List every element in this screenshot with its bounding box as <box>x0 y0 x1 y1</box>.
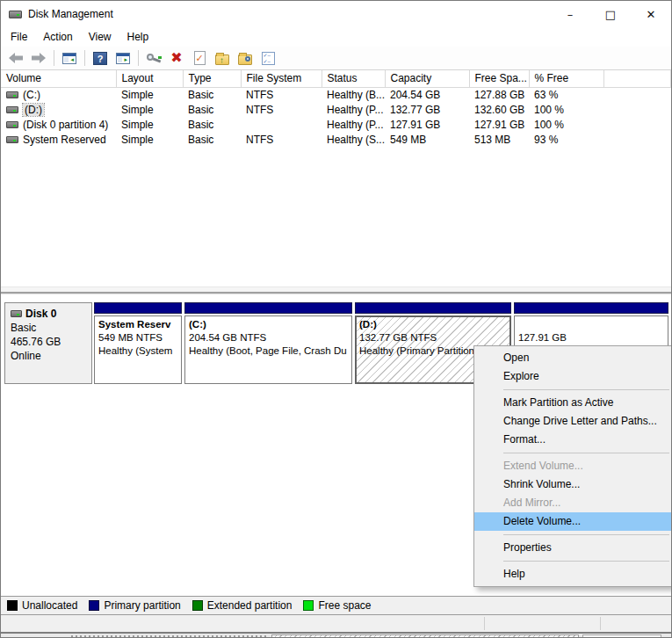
folder-up-icon[interactable]: ↑ <box>213 49 232 67</box>
toolbar-separator <box>138 50 139 66</box>
menu-item-help[interactable]: Help <box>474 565 671 584</box>
disk-icon <box>11 310 22 317</box>
table-row-c[interactable]: (C:) Simple Basic NTFS Healthy (B... 204… <box>1 87 671 102</box>
delete-icon[interactable]: ✖ <box>167 49 186 67</box>
menu-item-mark-partition-active[interactable]: Mark Partition as Active <box>474 394 671 412</box>
volume-icon <box>6 106 18 113</box>
table-row-system-reserved[interactable]: System Reserved Simple Basic NTFS Health… <box>1 132 671 147</box>
disk-name: Disk 0 <box>25 307 56 321</box>
menu-action[interactable]: Action <box>35 28 80 46</box>
forward-icon[interactable] <box>29 49 48 67</box>
partition-c[interactable]: (C:) 204.54 GB NTFS Healthy (Boot, Page … <box>184 302 352 384</box>
toolbar: ◂ ? ▸ ✖ ↑ <box>1 47 671 70</box>
app-icon <box>9 9 23 19</box>
minimize-button[interactable]: – <box>550 1 590 27</box>
volume-list-pane: Volume Layout Type File System Status Ca… <box>1 70 671 286</box>
col-status[interactable]: Status <box>322 70 385 87</box>
screen-edge-artifact <box>1 632 671 638</box>
statusbar-divider <box>484 617 485 630</box>
volume-icon <box>6 91 18 98</box>
menu-item-properties[interactable]: Properties <box>474 539 671 557</box>
disk-0-header[interactable]: Disk 0 Basic 465.76 GB Online <box>4 302 92 384</box>
menu-bar: File Action View Help <box>1 27 671 47</box>
col-free-space[interactable]: Free Spa... <box>469 70 529 87</box>
disk-management-window: Disk Management – □ ✕ File Action View H… <box>0 0 672 638</box>
menu-view[interactable]: View <box>81 28 119 46</box>
col-empty <box>603 70 671 87</box>
partition-color-bar <box>94 302 182 314</box>
volume-icon <box>6 136 18 143</box>
col-file-system[interactable]: File System <box>241 70 322 87</box>
menu-item-delete-volume[interactable]: Delete Volume... <box>474 512 671 531</box>
volume-name: System Reserved <box>23 134 106 146</box>
console-tree-icon[interactable]: ◂ <box>60 49 79 67</box>
action-pane-icon[interactable]: ▸ <box>113 49 133 67</box>
col-volume[interactable]: Volume <box>1 70 116 87</box>
legend-bar: Unallocated Primary partition Extended p… <box>1 596 671 615</box>
menu-item-extend-volume: Extend Volume... <box>474 457 671 475</box>
menu-item-explore[interactable]: Explore <box>474 367 671 386</box>
menu-separator <box>503 534 669 535</box>
properties-list-icon[interactable] <box>258 49 278 67</box>
statusbar-divider <box>600 617 601 630</box>
check-document-icon[interactable] <box>190 49 209 67</box>
volume-table: Volume Layout Type File System Status Ca… <box>1 70 671 147</box>
free-space-swatch <box>303 600 314 611</box>
menu-item-open[interactable]: Open <box>474 349 671 367</box>
menu-item-change-drive-letter[interactable]: Change Drive Letter and Paths... <box>474 412 671 431</box>
menu-separator <box>503 561 669 562</box>
volume-icon <box>6 121 18 128</box>
folder-search-icon[interactable] <box>235 49 255 67</box>
legend-free-space: Free space <box>303 599 371 612</box>
help-icon[interactable]: ? <box>90 49 110 67</box>
menu-separator <box>503 453 669 453</box>
volume-name: (Disk 0 partition 4) <box>23 119 108 131</box>
disk-type: Basic <box>11 321 86 335</box>
rescan-icon[interactable] <box>144 49 163 67</box>
partition-system-reserved[interactable]: System Reserv 549 MB NTFS Healthy (Syste… <box>94 302 182 384</box>
legend-primary-partition: Primary partition <box>89 599 180 612</box>
unallocated-swatch <box>7 600 18 611</box>
title-bar: Disk Management – □ ✕ <box>1 1 671 27</box>
menu-separator <box>503 389 669 390</box>
back-icon[interactable] <box>6 49 25 67</box>
extended-partition-swatch <box>192 600 203 611</box>
maximize-button[interactable]: □ <box>590 1 631 27</box>
menu-file[interactable]: File <box>3 28 35 46</box>
legend-extended-partition: Extended partition <box>192 599 293 612</box>
menu-item-format[interactable]: Format... <box>474 431 671 449</box>
col-capacity[interactable]: Capacity <box>385 70 469 87</box>
menu-help[interactable]: Help <box>119 28 157 46</box>
volume-name: (D:) <box>23 104 44 116</box>
col-pct-free[interactable]: % Free <box>529 70 603 87</box>
close-button[interactable]: ✕ <box>631 1 671 27</box>
table-row-d[interactable]: (D:) Simple Basic NTFS Healthy (P... 132… <box>1 102 671 117</box>
partition-color-bar <box>184 302 352 314</box>
legend-unallocated: Unallocated <box>7 599 77 612</box>
partition-color-bar <box>355 302 511 314</box>
primary-partition-swatch <box>89 600 99 611</box>
table-row-partition4[interactable]: (Disk 0 partition 4) Simple Basic Health… <box>1 117 671 132</box>
col-type[interactable]: Type <box>183 70 241 87</box>
disk-status: Online <box>11 349 86 363</box>
partition-color-bar <box>514 302 668 314</box>
partition-context-menu: Open Explore Mark Partition as Active Ch… <box>473 345 672 587</box>
toolbar-separator <box>84 50 85 66</box>
window-title: Disk Management <box>28 8 550 20</box>
menu-item-shrink-volume[interactable]: Shrink Volume... <box>474 475 671 494</box>
toolbar-separator <box>54 50 54 66</box>
col-layout[interactable]: Layout <box>116 70 183 87</box>
disk-size: 465.76 GB <box>11 335 86 349</box>
volume-name: (C:) <box>23 89 40 101</box>
status-bar <box>1 615 671 632</box>
menu-item-add-mirror: Add Mirror... <box>474 494 671 512</box>
